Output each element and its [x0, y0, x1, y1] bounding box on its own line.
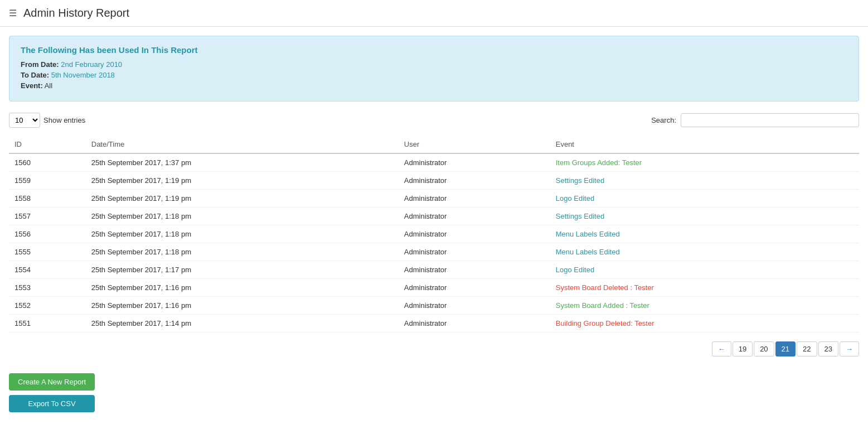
search-label: Search: [651, 116, 676, 124]
info-box-title: The Following Has been Used In This Repo… [21, 45, 847, 55]
cell-id: 1552 [9, 297, 86, 315]
col-user: User [399, 136, 550, 153]
table-header-row: ID Date/Time User Event [9, 136, 859, 153]
cell-event: Settings Edited [550, 208, 859, 225]
table-row: 155525th September 2017, 1:18 pmAdminist… [9, 243, 859, 261]
table-row: 156025th September 2017, 1:37 pmAdminist… [9, 153, 859, 172]
cell-id: 1558 [9, 190, 86, 208]
cell-event: Item Groups Added: Tester [550, 153, 859, 172]
cell-user: Administrator [399, 261, 550, 279]
main-content: The Following Has been Used In This Repo… [0, 27, 868, 421]
cell-id: 1554 [9, 261, 86, 279]
cell-id: 1560 [9, 153, 86, 172]
cell-event: Logo Edited [550, 261, 859, 279]
cell-user: Administrator [399, 243, 550, 261]
from-date-label: From Date: [21, 60, 59, 69]
table-row: 155225th September 2017, 1:16 pmAdminist… [9, 297, 859, 315]
cell-datetime: 25th September 2017, 1:19 pm [86, 190, 399, 208]
cell-event: Menu Labels Edited [550, 225, 859, 243]
table-row: 155325th September 2017, 1:16 pmAdminist… [9, 279, 859, 297]
cell-datetime: 25th September 2017, 1:19 pm [86, 172, 399, 190]
cell-id: 1559 [9, 172, 86, 190]
cell-id: 1551 [9, 315, 86, 333]
cell-user: Administrator [399, 153, 550, 172]
cell-datetime: 25th September 2017, 1:17 pm [86, 261, 399, 279]
page-19-button[interactable]: 19 [733, 341, 753, 357]
event-label: Event: [21, 81, 43, 90]
history-table: ID Date/Time User Event 156025th Septemb… [9, 136, 859, 333]
cell-datetime: 25th September 2017, 1:14 pm [86, 315, 399, 333]
menu-icon[interactable]: ☰ [9, 8, 17, 18]
cell-user: Administrator [399, 208, 550, 225]
col-event: Event [550, 136, 859, 153]
info-box: The Following Has been Used In This Repo… [9, 36, 859, 102]
page-23-button[interactable]: 23 [818, 341, 838, 357]
show-entries-label: Show entries [43, 116, 85, 124]
page-21-button[interactable]: 21 [775, 341, 796, 357]
cell-event: Building Group Deleted: Tester [550, 315, 859, 333]
table-row: 155725th September 2017, 1:18 pmAdminist… [9, 208, 859, 225]
table-row: 155625th September 2017, 1:18 pmAdminist… [9, 225, 859, 243]
page-title: Admin History Report [23, 7, 129, 20]
footer-buttons: Create A New Report Export To CSV [9, 373, 95, 412]
cell-datetime: 25th September 2017, 1:18 pm [86, 225, 399, 243]
cell-user: Administrator [399, 279, 550, 297]
cell-event: Logo Edited [550, 190, 859, 208]
cell-id: 1553 [9, 279, 86, 297]
cell-event: Menu Labels Edited [550, 243, 859, 261]
table-controls: 10 25 50 100 Show entries Search: [9, 113, 859, 128]
table-row: 155925th September 2017, 1:19 pmAdminist… [9, 172, 859, 190]
table-row: 155825th September 2017, 1:19 pmAdminist… [9, 190, 859, 208]
cell-id: 1556 [9, 225, 86, 243]
cell-event: System Board Added : Tester [550, 297, 859, 315]
pagination: ← 19 20 21 22 23 → [9, 341, 859, 357]
cell-datetime: 25th September 2017, 1:18 pm [86, 243, 399, 261]
create-report-button[interactable]: Create A New Report [9, 373, 95, 391]
search-input[interactable] [681, 113, 859, 127]
info-event: Event: All [21, 81, 847, 90]
page-header: ☰ Admin History Report [0, 0, 868, 27]
cell-user: Administrator [399, 225, 550, 243]
cell-datetime: 25th September 2017, 1:18 pm [86, 208, 399, 225]
col-datetime: Date/Time [86, 136, 399, 153]
cell-datetime: 25th September 2017, 1:16 pm [86, 297, 399, 315]
prev-page-button[interactable]: ← [712, 341, 731, 357]
info-from-date: From Date: 2nd February 2010 [21, 60, 847, 69]
to-date-value: 5th November 2018 [51, 71, 115, 79]
to-date-label: To Date: [21, 71, 49, 79]
next-page-button[interactable]: → [840, 341, 859, 357]
page-22-button[interactable]: 22 [797, 341, 817, 357]
cell-user: Administrator [399, 297, 550, 315]
cell-event: System Board Deleted : Tester [550, 279, 859, 297]
export-csv-button[interactable]: Export To CSV [9, 395, 95, 412]
cell-event: Settings Edited [550, 172, 859, 190]
entries-select[interactable]: 10 25 50 100 [9, 113, 40, 128]
table-row: 155125th September 2017, 1:14 pmAdminist… [9, 315, 859, 333]
cell-datetime: 25th September 2017, 1:16 pm [86, 279, 399, 297]
col-id: ID [9, 136, 86, 153]
search-control: Search: [651, 113, 859, 127]
cell-user: Administrator [399, 172, 550, 190]
cell-id: 1555 [9, 243, 86, 261]
from-date-value: 2nd February 2010 [61, 60, 122, 69]
entries-control: 10 25 50 100 Show entries [9, 113, 85, 128]
cell-user: Administrator [399, 315, 550, 333]
info-to-date: To Date: 5th November 2018 [21, 71, 847, 79]
event-value: All [45, 81, 52, 90]
cell-id: 1557 [9, 208, 86, 225]
table-row: 155425th September 2017, 1:17 pmAdminist… [9, 261, 859, 279]
cell-datetime: 25th September 2017, 1:37 pm [86, 153, 399, 172]
cell-user: Administrator [399, 190, 550, 208]
page-20-button[interactable]: 20 [754, 341, 774, 357]
